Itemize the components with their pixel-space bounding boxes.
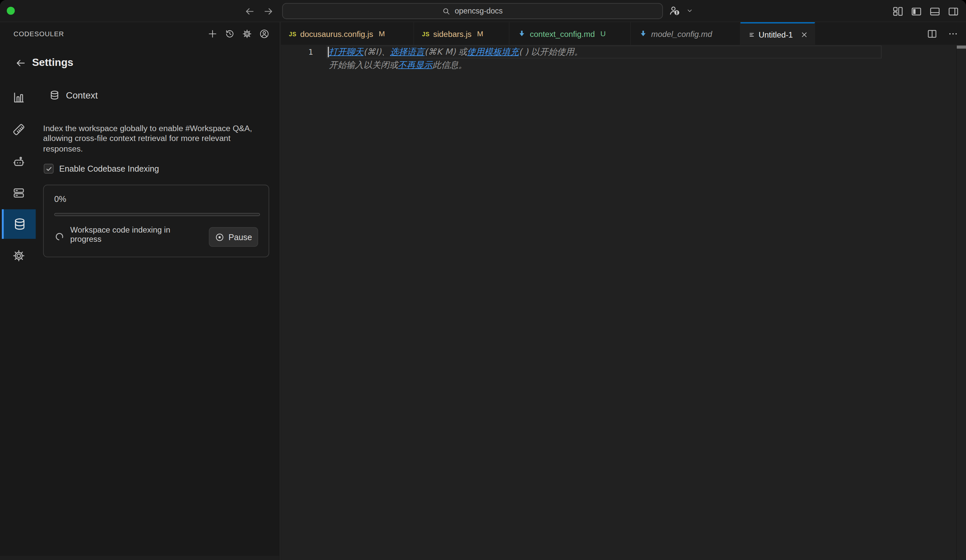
git-status-badge: M	[477, 29, 483, 38]
context-section-title: Context	[66, 90, 98, 100]
customize-layout-icon[interactable]	[892, 6, 904, 17]
chevron-down-icon[interactable]	[684, 5, 695, 16]
js-file-icon: JS	[422, 30, 430, 37]
close-icon[interactable]	[800, 30, 808, 38]
account-icon[interactable]	[259, 28, 270, 39]
text-cursor	[328, 47, 329, 57]
more-actions-icon[interactable]	[948, 28, 959, 39]
title-bar: opencsg-docs	[0, 0, 966, 22]
tab-label: sidebars.js	[433, 29, 472, 39]
app-window: opencsg-docs	[0, 0, 966, 560]
search-text: opencsg-docs	[455, 7, 503, 15]
editor-scrollbar-thumb[interactable]	[957, 46, 966, 48]
toggle-sidebar-left-icon[interactable]	[911, 6, 922, 17]
indexing-status-text: Workspace code indexing in progress	[70, 226, 181, 244]
command-center-search[interactable]: opencsg-docs	[282, 3, 663, 19]
git-status-badge: U	[600, 29, 606, 38]
editor-hint-text: 此信息。	[432, 60, 467, 69]
indexing-progress-bar	[54, 213, 260, 216]
checkbox-label: Enable Codebase Indexing	[59, 164, 159, 173]
spinner-icon	[55, 232, 64, 241]
editor-hint-text: ( ) 以开始使用。	[519, 47, 583, 57]
editor-group: JSdocusaurus.config.jsMJSsidebars.jsMcon…	[281, 22, 966, 560]
database-icon	[13, 218, 26, 231]
toggle-panel-icon[interactable]	[929, 6, 940, 17]
editor-hint-text: (⌘K M) 或	[425, 47, 467, 57]
tab-label: model_config.md	[651, 29, 712, 39]
tab-model_config.md[interactable]: model_config.md	[631, 22, 741, 46]
tab-label: docusaurus.config.js	[300, 29, 373, 39]
rail-item-stats[interactable]	[2, 82, 36, 112]
robot-icon	[12, 155, 25, 168]
history-icon[interactable]	[224, 28, 235, 39]
back-arrow-icon[interactable]	[244, 6, 255, 17]
checkbox-checked[interactable]	[44, 164, 54, 174]
workbench: CODESOULER Settings	[0, 22, 966, 560]
rail-item-rules[interactable]	[2, 115, 36, 144]
rail-item-agent[interactable]	[2, 147, 36, 176]
tab-context_config.md[interactable]: context_config.mdU	[509, 22, 631, 46]
editor-hint-link[interactable]: 使用模板填充	[467, 47, 519, 57]
database-icon	[49, 90, 60, 100]
editor-hint-line-1: 打开聊天(⌘I)、选择语言(⌘K M) 或使用模板填充( ) 以开始使用。	[329, 46, 583, 58]
tab-label: Untitled-1	[759, 30, 793, 39]
editor-hint-text: 开始输入以关闭或	[329, 60, 398, 69]
settings-page-title: Settings	[32, 57, 73, 69]
editor-scrollbar-track	[956, 46, 957, 560]
back-arrow-icon[interactable]	[15, 57, 26, 69]
split-editor-icon[interactable]	[927, 28, 938, 39]
accounts-badge-icon[interactable]	[669, 5, 680, 16]
indexing-percent: 0%	[54, 194, 66, 203]
context-description: Index the workspace globally to enable #…	[43, 124, 256, 154]
tab-docusaurus.config.js[interactable]: JSdocusaurus.config.jsM	[281, 22, 414, 46]
search-icon	[442, 7, 450, 15]
server-stack-icon	[12, 186, 25, 199]
markdown-file-icon	[639, 29, 647, 38]
enable-codebase-indexing-checkbox[interactable]: Enable Codebase Indexing	[44, 164, 159, 174]
tab-sidebars.js[interactable]: JSsidebars.jsM	[414, 22, 510, 46]
line-number: 1	[304, 46, 313, 58]
bar-chart-icon	[12, 91, 25, 104]
gear-icon[interactable]	[242, 28, 253, 39]
editor-hint-link[interactable]: 打开聊天	[329, 47, 364, 57]
codesouler-sidebar: CODESOULER Settings	[0, 22, 280, 560]
sidebar-bottom-strip	[0, 556, 279, 560]
gear-icon	[12, 249, 25, 262]
editor-pane[interactable]: 1打开聊天(⌘I)、选择语言(⌘K M) 或使用模板填充( ) 以开始使用。开始…	[281, 46, 966, 560]
editor-hint-link[interactable]: 选择语言	[390, 47, 425, 57]
check-icon	[45, 165, 52, 172]
toggle-sidebar-right-icon[interactable]	[948, 6, 959, 17]
git-status-badge: M	[379, 29, 385, 38]
tab-label: context_config.md	[530, 29, 595, 39]
editor-hint-text: (⌘I)、	[363, 47, 390, 57]
text-file-icon	[748, 30, 755, 38]
editor-hint-line-2: 开始输入以关闭或不再显示此信息。	[329, 59, 467, 72]
rail-item-context[interactable]	[2, 209, 36, 239]
plus-icon[interactable]	[207, 28, 218, 39]
pause-circle-icon	[215, 232, 224, 241]
rail-item-servers[interactable]	[2, 178, 36, 208]
js-file-icon: JS	[289, 30, 296, 37]
sidebar-resize-handle[interactable]	[279, 22, 282, 560]
rail-item-settings[interactable]	[2, 241, 36, 270]
forward-arrow-icon[interactable]	[263, 6, 274, 17]
traffic-light-green[interactable]	[7, 7, 15, 15]
markdown-file-icon	[518, 29, 526, 38]
sidebar-brand: CODESOULER	[13, 30, 64, 38]
pause-button-label: Pause	[228, 232, 252, 241]
tab-bar: JSdocusaurus.config.jsMJSsidebars.jsMcon…	[281, 22, 966, 46]
editor-hint-link[interactable]: 不再显示	[398, 60, 432, 69]
pause-button[interactable]: Pause	[209, 227, 258, 247]
ruler-icon	[12, 123, 25, 136]
indexing-progress-card: 0% Workspace code indexing in progress P…	[43, 185, 269, 257]
tab-Untitled-1[interactable]: Untitled-1	[741, 22, 815, 46]
